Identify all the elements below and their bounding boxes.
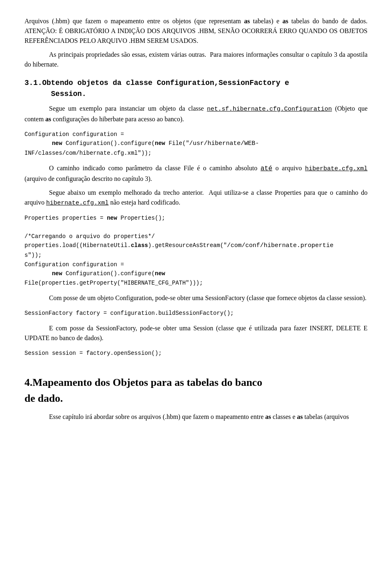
- intro-paragraph-1: Arquivos (.hbm) que fazem o mapeamento e…: [24, 16, 368, 46]
- code-block-2: Properties properties = new Properties()…: [24, 214, 368, 287]
- code-block-4: Session session = factory.openSession();: [24, 349, 368, 358]
- section-3-1-para4: Com posse de um objeto Configuration, po…: [24, 293, 368, 303]
- code-block-1: Configuration configuration = new Config…: [24, 130, 368, 158]
- section-3-1-para5: E com posse da SessionFactory, pode-se o…: [24, 323, 368, 343]
- section-3-1-para3: Segue abaixo um exemplo melhorado da tre…: [24, 188, 368, 208]
- section-3-1-para2: O caminho indicado como parâmetro da cla…: [24, 163, 368, 184]
- intro-paragraph-2: As principais propriedades são essas, ex…: [24, 50, 368, 69]
- section-3-1-para1: Segue um exemplo para instanciar um obje…: [24, 104, 368, 124]
- section-3-1-heading: 3.1.Obtendo objetos da classe Configurat…: [24, 78, 368, 100]
- chapter-4-heading: 4.Mapeamento dos Objetos para as tabelas…: [24, 374, 368, 406]
- chapter-4-para1: Esse capítulo irá abordar sobre os arqui…: [24, 412, 368, 422]
- code-block-3: SessionFactory factory = configuration.b…: [24, 309, 368, 318]
- page-content: Arquivos (.hbm) que fazem o mapeamento e…: [24, 16, 368, 422]
